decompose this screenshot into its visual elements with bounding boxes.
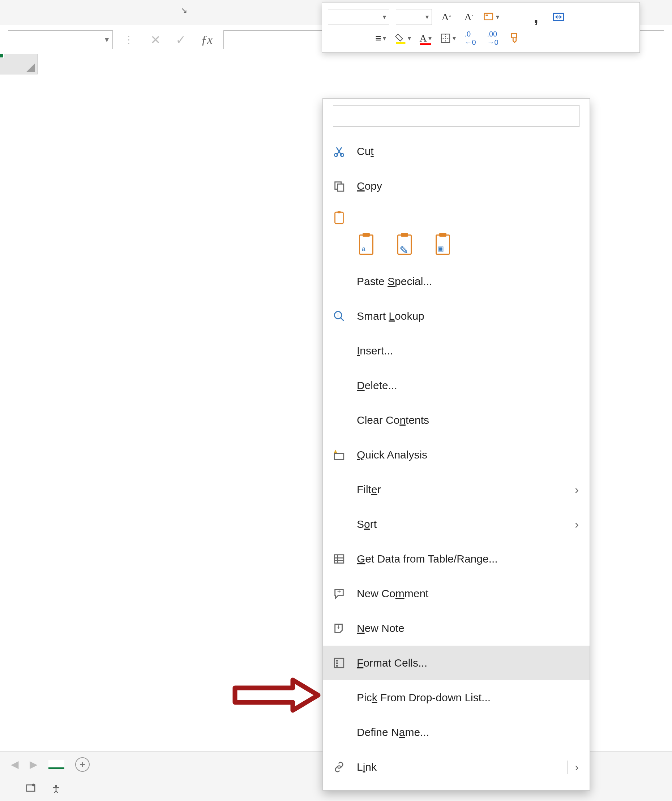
- menu-get-data-label: Get Data from Table/Range...: [357, 553, 579, 565]
- menu-new-note-label: New Note: [357, 622, 579, 634]
- menu-search-input[interactable]: [333, 105, 579, 127]
- column-headers[interactable]: [38, 54, 672, 74]
- svg-rect-25: [336, 663, 338, 664]
- menu-smart-lookup-label: Smart Lookup: [357, 310, 579, 322]
- chevron-right-icon: ›: [575, 483, 579, 496]
- font-color-icon[interactable]: A ▾: [417, 31, 433, 46]
- menu-copy-label: Copy: [357, 180, 579, 192]
- context-menu: Cut Copy a ✎ ▣ Paste Special... i Smart …: [322, 98, 590, 748]
- font-family-select[interactable]: ▾: [328, 9, 389, 25]
- menu-copy[interactable]: Copy: [323, 169, 590, 203]
- menu-cut-label: Cut: [357, 145, 579, 158]
- svg-rect-0: [484, 13, 493, 19]
- chevron-right-icon: ›: [575, 518, 579, 531]
- svg-text:+: +: [337, 623, 340, 631]
- menu-get-data[interactable]: Get Data from Table/Range...: [323, 542, 590, 576]
- select-all-corner[interactable]: [0, 54, 38, 74]
- svg-rect-3: [396, 42, 406, 44]
- format-cells-icon: [332, 657, 346, 669]
- search-info-icon: i: [332, 310, 346, 322]
- menu-define-name[interactable]: Define Name...: [323, 715, 590, 748]
- svg-rect-24: [336, 660, 338, 661]
- font-size-select[interactable]: ▾: [396, 9, 432, 25]
- menu-format-cells[interactable]: Format Cells...: [323, 646, 590, 680]
- quick-analysis-icon: [332, 449, 346, 461]
- increase-decimal-icon[interactable]: .0←0: [463, 31, 478, 46]
- menu-paste-options-header: [323, 203, 590, 232]
- bold-icon[interactable]: [328, 31, 344, 46]
- drag-handle-icon[interactable]: ⋮: [124, 34, 135, 45]
- name-box[interactable]: ▾: [8, 31, 113, 49]
- align-icon[interactable]: ≡▾: [373, 31, 388, 46]
- formula-controls: ⋮ ✕ ✓ ƒx: [124, 32, 213, 47]
- comma-style-icon[interactable]: ,: [528, 9, 544, 25]
- svg-rect-16: [334, 454, 344, 460]
- menu-cut[interactable]: Cut: [323, 134, 590, 169]
- increase-font-icon[interactable]: A^: [438, 9, 454, 25]
- menu-smart-lookup[interactable]: i Smart Lookup: [323, 299, 590, 333]
- menu-insert-label: Insert...: [357, 345, 579, 357]
- menu-format-cells-label: Format Cells...: [357, 657, 579, 669]
- svg-text:i: i: [338, 312, 339, 318]
- svg-rect-1: [485, 14, 488, 16]
- table-icon: [332, 553, 346, 565]
- menu-clear-contents-label: Clear Contents: [357, 414, 579, 426]
- menu-quick-analysis[interactable]: Quick Analysis: [323, 437, 590, 472]
- paste-picture-icon[interactable]: ▣: [433, 235, 454, 257]
- borders-icon[interactable]: ▾: [440, 31, 456, 46]
- menu-new-note[interactable]: + New Note: [323, 611, 590, 646]
- menu-paste-special[interactable]: Paste Special...: [323, 264, 590, 299]
- note-icon: +: [332, 622, 346, 634]
- svg-rect-11: [335, 212, 343, 223]
- svg-point-8: [340, 154, 344, 157]
- svg-text:+: +: [337, 588, 341, 595]
- clipboard-dialog-launcher-icon[interactable]: ↘: [181, 6, 187, 15]
- decrease-font-icon[interactable]: Aˇ: [461, 9, 477, 25]
- chevron-down-icon[interactable]: ▾: [105, 35, 109, 45]
- conditional-format-icon[interactable]: ▾: [483, 9, 499, 25]
- menu-delete[interactable]: Delete...: [323, 368, 590, 403]
- paste-options-row: a ✎ ▣: [323, 232, 590, 264]
- decrease-decimal-icon[interactable]: .00→0: [485, 31, 501, 46]
- mini-toolbar: ▾ ▾ A^ Aˇ ▾ , ≡▾ ▾ A ▾ ▾ .0←0 .00→0: [322, 2, 640, 53]
- menu-paste-special-label: Paste Special...: [357, 275, 579, 288]
- fill-color-icon[interactable]: ▾: [395, 31, 411, 46]
- scissors-icon: [332, 145, 346, 158]
- merge-center-icon[interactable]: [551, 9, 566, 25]
- italic-icon[interactable]: [350, 31, 366, 46]
- svg-rect-10: [338, 184, 344, 191]
- menu-new-comment-label: New Comment: [357, 587, 579, 600]
- arrow-annotation: [231, 676, 322, 718]
- menu-sort-label: Sort: [357, 518, 565, 531]
- paste-icon[interactable]: a: [357, 235, 377, 257]
- cancel-icon[interactable]: ✕: [150, 32, 161, 47]
- menu-insert[interactable]: Insert...: [323, 333, 590, 368]
- menu-delete-label: Delete...: [357, 380, 579, 392]
- svg-rect-26: [336, 665, 338, 667]
- menu-new-comment[interactable]: + New Comment: [323, 576, 590, 611]
- copy-icon: [332, 180, 346, 192]
- paste-formatting-icon[interactable]: ✎: [395, 235, 415, 257]
- svg-rect-17: [334, 555, 344, 563]
- menu-sort[interactable]: Sort ›: [323, 507, 590, 542]
- svg-rect-12: [338, 211, 341, 213]
- menu-pick-list-label: Pick From Drop-down List...: [357, 692, 579, 704]
- menu-clear-contents[interactable]: Clear Contents: [323, 403, 590, 437]
- svg-line-14: [340, 318, 344, 321]
- menu-filter[interactable]: Filter ›: [323, 472, 590, 507]
- menu-pick-list[interactable]: Pick From Drop-down List...: [323, 680, 590, 715]
- svg-rect-23: [334, 658, 344, 668]
- clipboard-icon: [332, 211, 346, 225]
- fx-icon[interactable]: ƒx: [201, 33, 213, 47]
- menu-quick-analysis-label: Quick Analysis: [357, 449, 579, 461]
- enter-icon[interactable]: ✓: [176, 32, 186, 47]
- percent-icon[interactable]: [506, 9, 522, 25]
- svg-point-7: [334, 154, 338, 157]
- menu-filter-label: Filter: [357, 483, 565, 496]
- format-painter-icon[interactable]: [507, 31, 523, 46]
- comment-icon: +: [332, 587, 346, 600]
- menu-define-name-label: Define Name...: [357, 726, 579, 738]
